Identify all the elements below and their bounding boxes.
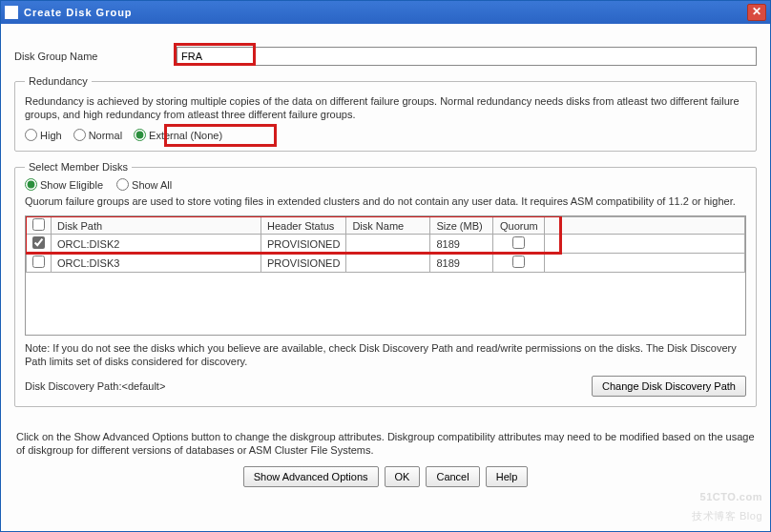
advanced-note: Click on the Show Advanced Options butto…	[1, 422, 770, 460]
table-header-row: Disk Path Header Status Disk Name Size (…	[27, 217, 745, 235]
ok-button[interactable]: OK	[385, 466, 421, 487]
cancel-button[interactable]: Cancel	[426, 466, 479, 487]
redundancy-desc: Redundancy is achieved by storing multip…	[25, 94, 746, 121]
watermark: 51CTO.com 技术博客 Blog	[692, 484, 762, 525]
cell-dn	[346, 254, 430, 273]
redundancy-group: Redundancy Redundancy is achieved by sto…	[14, 75, 757, 152]
app-icon	[5, 6, 18, 19]
cell-path: ORCL:DISK2	[52, 235, 261, 254]
row-checkbox[interactable]	[32, 256, 45, 268]
show-eligible[interactable]: Show Eligible	[25, 178, 103, 191]
quorum-checkbox[interactable]	[512, 256, 525, 268]
close-icon[interactable]: ✕	[747, 4, 766, 21]
col-disk-name: Disk Name	[346, 217, 430, 235]
create-disk-group-window: Create Disk Group ✕ Disk Group Name Redu…	[0, 0, 771, 532]
table-row[interactable]: ORCL:DISK2 PROVISIONED 8189	[27, 235, 745, 254]
help-button[interactable]: Help	[486, 466, 529, 487]
row-checkbox[interactable]	[32, 236, 45, 249]
redundancy-normal[interactable]: Normal	[73, 129, 122, 141]
col-quorum: Quorum	[493, 217, 545, 235]
disk-group-name-label: Disk Group Name	[14, 51, 177, 62]
cell-dn	[346, 235, 430, 254]
select-all-checkbox[interactable]	[32, 218, 45, 231]
discovery-note: Note: If you do not see the disks which …	[25, 341, 746, 368]
show-all[interactable]: Show All	[116, 178, 172, 191]
redundancy-external[interactable]: External (None)	[134, 129, 222, 141]
redundancy-legend: Redundancy	[25, 75, 92, 87]
col-disk-path: Disk Path	[52, 217, 261, 235]
show-advanced-button[interactable]: Show Advanced Options	[243, 466, 379, 487]
window-title: Create Disk Group	[24, 7, 133, 18]
quorum-checkbox[interactable]	[512, 236, 525, 249]
member-legend: Select Member Disks	[25, 161, 132, 173]
quorum-desc: Quorum failure groups are used to store …	[25, 194, 746, 208]
disk-discovery-path-label: Disk Discovery Path:<default>	[25, 380, 165, 392]
disk-table: Disk Path Header Status Disk Name Size (…	[25, 215, 746, 336]
titlebar: Create Disk Group ✕	[1, 1, 770, 24]
cell-path: ORCL:DISK3	[52, 254, 261, 273]
change-discovery-path-button[interactable]: Change Disk Discovery Path	[592, 376, 746, 397]
col-size: Size (MB)	[430, 217, 493, 235]
disk-group-name-row: Disk Group Name	[14, 47, 757, 66]
cell-size: 8189	[430, 235, 493, 254]
disk-group-name-input[interactable]	[177, 47, 757, 66]
bottom-button-row: Show Advanced Options OK Cancel Help	[1, 460, 770, 497]
cell-hs: PROVISIONED	[261, 254, 346, 273]
cell-hs: PROVISIONED	[261, 235, 346, 254]
member-disks-group: Select Member Disks Show Eligible Show A…	[14, 161, 757, 407]
col-header-status: Header Status	[261, 217, 346, 235]
table-row[interactable]: ORCL:DISK3 PROVISIONED 8189	[27, 254, 745, 273]
redundancy-high[interactable]: High	[25, 129, 62, 141]
cell-size: 8189	[430, 254, 493, 273]
